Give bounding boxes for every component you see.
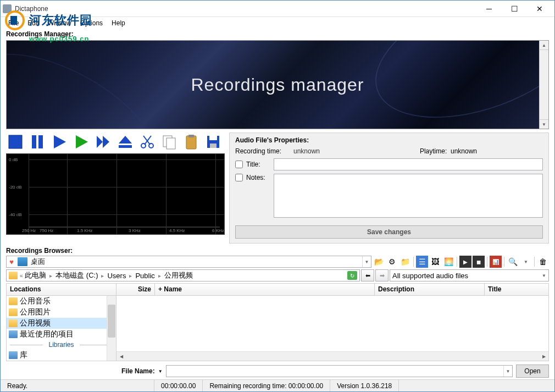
spectrum-y-label: -20 dB	[9, 185, 22, 190]
notes-checkbox[interactable]	[235, 174, 243, 181]
location-item[interactable]: 公用视频	[7, 318, 116, 329]
breadcrumb-item[interactable]: 此电脑	[25, 270, 46, 280]
svg-rect-1	[9, 135, 22, 148]
search-dropdown-icon[interactable]: ▼	[520, 256, 532, 268]
menu-help[interactable]: Help	[107, 18, 130, 28]
close-button[interactable]: ✕	[527, 1, 552, 17]
minimize-button[interactable]: ─	[476, 1, 502, 17]
svg-rect-15	[166, 138, 175, 149]
spectrum-x-label: 250 Hz	[22, 228, 36, 233]
svg-rect-2	[32, 135, 36, 148]
titlebar: Dictaphone ─ ☐ ✕	[1, 1, 554, 17]
chevron-down-icon[interactable]: ▼	[503, 366, 512, 377]
paste-button[interactable]	[182, 132, 201, 151]
fastforward-button[interactable]	[94, 132, 113, 151]
menu-window[interactable]: Window	[43, 18, 76, 28]
breadcrumb-item[interactable]: 本地磁盘 (C:)	[56, 270, 98, 280]
chevron-down-icon[interactable]: ▼	[362, 256, 371, 267]
tool3-icon[interactable]: 📊	[490, 256, 502, 268]
menubar: File Edit Window Options Help	[1, 17, 554, 29]
delete-icon[interactable]: 🗑	[537, 256, 549, 268]
menu-edit[interactable]: Edit	[23, 18, 43, 28]
address-combo[interactable]: ♥ 桌面 ▼	[6, 256, 371, 268]
filter-text: All supported audio files	[392, 272, 468, 280]
breadcrumb-item[interactable]: 公用视频	[164, 270, 193, 280]
svg-rect-17	[188, 135, 194, 137]
location-item[interactable]: 公用图片	[7, 307, 116, 318]
folder-star-icon[interactable]: 📁	[399, 256, 411, 268]
col-name[interactable]: + Name	[155, 284, 375, 295]
refresh-icon[interactable]: ↻	[347, 271, 357, 280]
svg-marker-4	[54, 135, 66, 148]
locations-header[interactable]: Locations	[7, 284, 116, 296]
spectrum-x-label: 1.5 KHz	[77, 228, 92, 233]
col-description[interactable]: Description	[375, 284, 485, 295]
desktop-icon	[18, 257, 27, 266]
svg-marker-5	[76, 135, 88, 148]
notes-input[interactable]	[274, 174, 543, 218]
menu-options[interactable]: Options	[76, 18, 107, 28]
tool1-icon[interactable]: ▶	[459, 256, 471, 268]
app-icon	[3, 4, 12, 13]
play-button[interactable]	[50, 132, 69, 151]
location-item[interactable]: 库	[7, 350, 116, 361]
file-list[interactable]	[116, 296, 548, 351]
banner-scrollbar[interactable]: ▲ ▼	[539, 41, 548, 129]
playback-toolbar	[6, 132, 225, 151]
recordings-browser-label: Recordings Browser:	[1, 244, 554, 256]
eject-button[interactable]	[116, 132, 135, 151]
favorite-icon[interactable]: ♥	[7, 258, 16, 266]
nav-forward-button[interactable]: ➡	[375, 269, 389, 281]
breadcrumb-bar[interactable]: « 此电脑▸ 本地磁盘 (C:)▸ Users▸ Public▸ 公用视频 ↻	[6, 269, 360, 281]
svg-rect-19	[209, 136, 217, 140]
svg-marker-8	[119, 136, 132, 143]
properties-panel: Audio File's Properties: Recording time:…	[229, 132, 549, 244]
location-item[interactable]: 公用音乐	[7, 296, 116, 307]
status-time: 00:00:00.00	[154, 380, 203, 391]
title-checkbox[interactable]	[235, 161, 243, 168]
folder-open-icon[interactable]: 📂	[373, 256, 385, 268]
locations-scrollbar[interactable]	[107, 296, 116, 361]
breadcrumb-item[interactable]: Public	[135, 272, 154, 280]
copy-button[interactable]	[160, 132, 179, 151]
filename-input[interactable]: ▼	[166, 365, 513, 377]
spectrum-x-label: 6 KHz	[212, 228, 224, 233]
spectrum-display: 0 dB -20 dB -40 dB 250 Hz 750 Hz 1.5 KHz…	[6, 153, 225, 235]
tool2-icon[interactable]: ◼	[473, 256, 485, 268]
location-item[interactable]: 最近使用的项目	[7, 329, 116, 340]
view-thumbs-icon[interactable]: 🌅	[442, 256, 454, 268]
browser-toolbar: ♥ 桌面 ▼ 📂 ⚙ 📁 ☰ 🖼 🌅 ▶ ◼ 📊 🔍 ▼ 🗑	[6, 256, 549, 268]
col-size[interactable]: Size	[116, 284, 155, 295]
recording-time-value: unknown	[293, 147, 320, 155]
col-title[interactable]: Title	[485, 284, 548, 295]
maximize-button[interactable]: ☐	[502, 1, 527, 17]
chevron-down-icon[interactable]: ▼	[542, 273, 546, 278]
svg-rect-20	[210, 143, 217, 148]
filename-history-icon[interactable]: ▼	[158, 369, 163, 374]
view-icons-icon[interactable]: 🖼	[429, 256, 441, 268]
file-list-hscrollbar[interactable]: ◀▶	[116, 351, 548, 361]
statusbar: Ready. 00:00:00.00 Remaining recording t…	[1, 379, 554, 391]
cut-button[interactable]	[138, 132, 157, 151]
breadcrumb-item[interactable]: Users	[107, 272, 126, 280]
playtime-value: unknown	[451, 147, 477, 155]
search-icon[interactable]: 🔍	[507, 256, 519, 268]
svg-marker-7	[103, 136, 109, 148]
save-changes-button[interactable]: Save changes	[235, 225, 543, 239]
nav-back-button[interactable]: ⬅	[361, 269, 374, 281]
view-list-icon[interactable]: ☰	[416, 256, 428, 268]
filter-combo[interactable]: All supported audio files ▼	[390, 269, 549, 281]
record-button[interactable]	[72, 132, 91, 151]
recording-time-label: Recording time:	[235, 147, 290, 155]
spectrum-y-label: 0 dB	[9, 157, 18, 162]
save-button[interactable]	[204, 132, 223, 151]
gear-icon[interactable]: ⚙	[386, 256, 398, 268]
open-button[interactable]: Open	[516, 365, 549, 378]
scroll-up-icon[interactable]: ▲	[540, 41, 548, 50]
title-input[interactable]	[274, 158, 543, 170]
status-remaining: Remaining recording time: 00:00:00.00	[203, 380, 330, 391]
stop-button[interactable]	[6, 132, 25, 151]
scroll-down-icon[interactable]: ▼	[540, 119, 548, 129]
pause-button[interactable]	[28, 132, 47, 151]
menu-file[interactable]: File	[4, 18, 23, 28]
